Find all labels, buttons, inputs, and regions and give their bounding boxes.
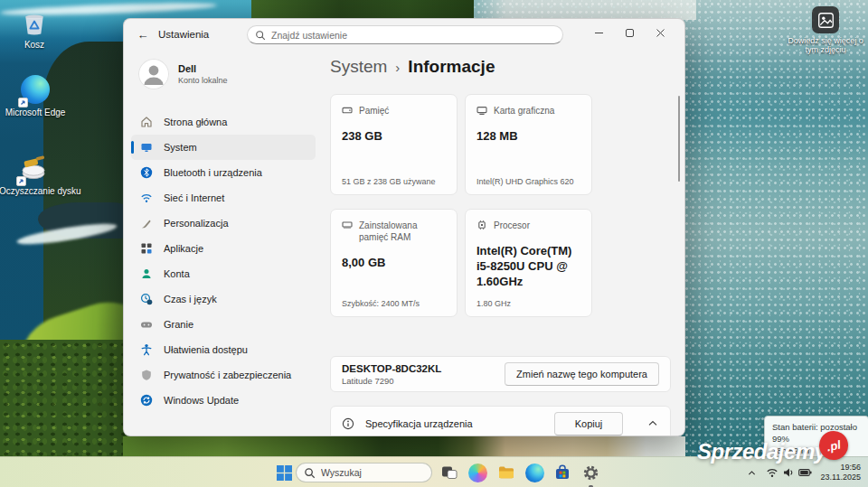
copy-button[interactable]: Kopiuj	[554, 412, 623, 435]
battery-tooltip-line1: Stan baterii: pozostało 99%	[772, 421, 861, 445]
device-spec-row[interactable]: Specyfikacja urządzenia Kopiuj	[330, 406, 671, 436]
desktop-icon-label: Kosz	[0, 40, 69, 50]
search-icon	[304, 467, 316, 479]
settings-content: System › Informacje Pamięć 238 GB 51 GB …	[328, 50, 684, 435]
breadcrumb-system[interactable]: System	[330, 57, 387, 77]
desktop-icon-label: Microsoft Edge	[1, 108, 70, 117]
disk-cleanup-icon	[18, 154, 49, 184]
sidebar-item-privacy-security[interactable]: Prywatność i zabezpieczenia	[131, 362, 316, 388]
desktop-icon-edge[interactable]: Microsoft Edge	[1, 74, 70, 117]
close-button[interactable]	[645, 19, 675, 46]
tray-clock[interactable]: 19:56 23.11.2025	[821, 463, 861, 482]
info-icon	[342, 417, 354, 430]
clock-globe-icon	[140, 293, 153, 305]
cpu-value: Intel(R) Core(TM) i5-8250U CPU @ 1.60GHz	[476, 243, 580, 289]
desktop-screen: Kosz Microsoft Edge Oczyszczanie dysku	[0, 0, 868, 487]
breadcrumb-separator: ›	[395, 60, 400, 75]
gamepad-icon	[140, 318, 153, 331]
brush-icon	[140, 217, 153, 229]
edge-icon	[20, 75, 51, 106]
cpu-footer: 1.80 GHz	[476, 299, 580, 308]
sidebar-item-accessibility[interactable]: Ułatwienia dostępu	[131, 337, 316, 362]
gpu-footer: Intel(R) UHD Graphics 620	[476, 177, 580, 186]
microsoft-store-icon[interactable]	[552, 463, 572, 482]
accessibility-icon	[140, 343, 153, 356]
tray-wifi-icon[interactable]	[765, 466, 778, 479]
apps-icon	[140, 242, 153, 255]
picture-icon	[812, 6, 839, 33]
page-title: Informacje	[408, 57, 495, 77]
settings-search-input[interactable]	[271, 30, 555, 41]
ram-value: 8,00 GB	[342, 255, 446, 270]
desktop-icon-disk-cleanup[interactable]: Oczyszczanie dysku	[0, 154, 68, 196]
spec-label: Specyfikacja urządzenia	[365, 418, 473, 429]
sidebar: Dell Konto lokalne Strona główna System …	[124, 50, 325, 435]
chevron-up-icon[interactable]	[646, 417, 659, 430]
sidebar-item-accounts[interactable]: Konta	[131, 261, 316, 286]
ram-icon	[342, 220, 353, 230]
settings-gear-icon[interactable]	[580, 463, 600, 482]
shortcut-arrow-icon	[18, 98, 28, 108]
sidebar-item-system[interactable]: System	[131, 135, 316, 160]
minimize-button[interactable]	[583, 19, 614, 46]
recycle-bin-icon	[19, 7, 50, 38]
titlebar[interactable]: ← Ustawienia	[124, 19, 684, 50]
edge-icon[interactable]	[524, 463, 544, 482]
shield-icon	[140, 369, 153, 381]
tray-battery-icon[interactable]	[797, 466, 812, 479]
bluetooth-icon	[140, 166, 153, 179]
account-row[interactable]: Dell Konto lokalne	[138, 59, 228, 89]
sidebar-item-gaming[interactable]: Granie	[131, 312, 316, 337]
scrollbar-thumb[interactable]	[678, 96, 681, 182]
card-storage: Pamięć 238 GB 51 GB z 238 GB używane	[330, 94, 458, 195]
account-name: Dell	[178, 63, 228, 74]
account-type: Konto lokalne	[178, 76, 228, 85]
back-button[interactable]: ←	[135, 26, 151, 42]
sidebar-item-apps[interactable]: Aplikacje	[131, 236, 316, 261]
desktop-icon-label: Oczyszczanie dysku	[0, 186, 68, 196]
storage-icon	[342, 105, 353, 116]
tray-date: 23.11.2025	[821, 473, 861, 482]
taskbar-search-input[interactable]	[321, 467, 424, 478]
task-view-button[interactable]	[439, 463, 459, 482]
ram-footer: Szybkość: 2400 MT/s	[342, 299, 446, 308]
gpu-value: 128 MB	[476, 128, 580, 144]
start-button[interactable]	[274, 463, 294, 482]
sidebar-item-home[interactable]: Strona główna	[131, 109, 316, 135]
wallpaper-cliff-top	[251, 0, 474, 20]
sidebar-item-network-internet[interactable]: Sieć i Internet	[131, 185, 316, 211]
card-cpu: Procesor Intel(R) Core(TM) i5-8250U CPU …	[465, 209, 592, 317]
settings-search-box[interactable]	[247, 25, 563, 44]
taskbar-search-box[interactable]	[296, 463, 432, 482]
battery-tooltip: Stan baterii: pozostało 99% 18h 59min	[764, 416, 868, 462]
system-icon	[140, 141, 153, 154]
rename-computer-button[interactable]: Zmień nazwę tego komputera	[505, 362, 659, 386]
sidebar-item-personalization[interactable]: Personalizacja	[131, 211, 316, 236]
window-title: Ustawienia	[158, 29, 209, 40]
settings-window: ← Ustawienia Dell Konto l	[123, 18, 685, 436]
update-icon	[140, 394, 153, 407]
maximize-button[interactable]	[614, 19, 645, 46]
home-icon	[140, 116, 153, 128]
battery-tooltip-line2: 18h 59min	[772, 445, 861, 456]
shortcut-arrow-icon	[16, 176, 26, 186]
tray-volume-icon[interactable]	[781, 466, 795, 479]
breadcrumb: System › Informacje	[330, 57, 495, 77]
wifi-icon	[140, 192, 153, 204]
sidebar-item-time-language[interactable]: Czas i język	[131, 286, 316, 312]
sidebar-item-bluetooth-devices[interactable]: Bluetooth i urządzenia	[131, 160, 316, 185]
device-model: Latitude 7290	[342, 376, 441, 386]
card-gpu: Karta graficzna 128 MB Intel(R) UHD Grap…	[465, 94, 592, 195]
cpu-icon	[476, 220, 487, 230]
tray-time: 19:56	[821, 463, 861, 473]
sidebar-item-windows-update[interactable]: Windows Update	[131, 388, 316, 413]
storage-footer: 51 GB z 238 GB używane	[342, 177, 446, 186]
spotlight-widget[interactable]: Dowiedz się więcej o tym zdjęciu	[785, 6, 866, 54]
file-explorer-icon[interactable]	[496, 463, 516, 482]
spotlight-label: Dowiedz się więcej o tym zdjęciu	[785, 36, 866, 54]
desktop-icon-recycle-bin[interactable]: Kosz	[0, 7, 69, 50]
tray-chevron-up-icon[interactable]	[745, 466, 758, 479]
copilot-icon[interactable]	[467, 463, 487, 482]
search-icon	[255, 30, 266, 41]
card-ram: Zainstalowana pamięć RAM 8,00 GB Szybkoś…	[330, 209, 458, 317]
